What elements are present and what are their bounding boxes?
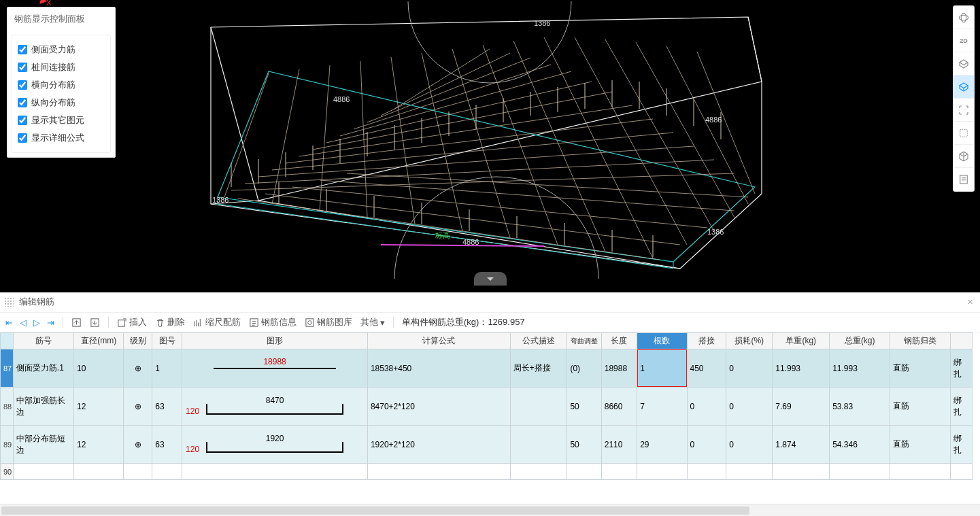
rebar-lib-button[interactable]: 钢筋图库	[305, 316, 352, 328]
view-toolbar: 2D	[953, 5, 975, 192]
nav-next-button[interactable]: ▷	[33, 317, 40, 328]
count-cell-selected[interactable]: 1	[637, 349, 687, 388]
close-button[interactable]: ×	[967, 296, 973, 307]
svg-rect-89	[306, 318, 314, 326]
table-row[interactable]: 87 侧面受力筋.1 10 ⊕ 1 18988 18538+450 周长+搭接 …	[1, 349, 973, 388]
2d-view-button[interactable]: 2D	[953, 29, 975, 52]
checkbox-side-rebar[interactable]: 侧面受力筋	[18, 41, 105, 58]
svg-rect-82	[960, 175, 968, 184]
properties-button[interactable]	[953, 168, 975, 191]
axis-gizmo: Z Y X	[33, 0, 980, 252]
svg-point-80	[961, 13, 966, 22]
svg-point-90	[308, 320, 312, 324]
delete-button[interactable]: 删除	[155, 316, 185, 328]
viewport-3d[interactable]: 1386 4886 4886 1386 4886 1386 标高 Z Y X	[0, 0, 980, 292]
checkbox-show-other[interactable]: 显示其它图元	[18, 111, 105, 129]
nav-last-button[interactable]: ⇥	[47, 317, 54, 328]
insert-button[interactable]: 插入	[117, 316, 147, 328]
panel-title: 钢筋显示控制面板	[7, 7, 115, 31]
rebar-table[interactable]: 筋号 直径(mm) 级别 图号 图形 计算公式 公式描述 弯曲调整 长度 根数 …	[0, 332, 980, 504]
top-view-button[interactable]	[953, 52, 975, 75]
rebar-toolbar: ⇤ ◁ ▷ ⇥ 插入 删除 缩尺配筋 钢筋信息 钢筋图库 其他 ▾ 单构件钢筋总…	[0, 313, 980, 332]
move-down-button[interactable]	[90, 317, 100, 328]
rebar-editor-panel: 编辑钢筋 × ⇤ ◁ ▷ ⇥ 插入 删除 缩尺配筋 钢筋信息 钢筋图库 其他 ▾…	[0, 292, 980, 516]
table-header-row: 筋号 直径(mm) 级别 图号 图形 计算公式 公式描述 弯曲调整 长度 根数 …	[1, 333, 973, 349]
section-box-button[interactable]	[953, 122, 975, 145]
move-up-button[interactable]	[71, 317, 82, 328]
rebar-info-button[interactable]: 钢筋信息	[249, 316, 297, 328]
perspective-view-button[interactable]	[953, 75, 975, 99]
horizontal-scrollbar[interactable]	[0, 504, 980, 516]
rebar-display-control-panel: 钢筋显示控制面板 侧面受力筋 桩间连接筋 横向分布筋 纵向分布筋 显示其它图元 …	[7, 7, 116, 158]
nav-first-button[interactable]: ⇤	[5, 317, 13, 328]
svg-point-79	[959, 15, 968, 20]
scale-rebar-button[interactable]: 缩尺配筋	[193, 316, 241, 328]
checkbox-horiz-dist[interactable]: 横向分布筋	[18, 76, 105, 94]
total-weight-label: 单构件钢筋总重(kg)：1269.957	[402, 316, 525, 328]
other-dropdown[interactable]: 其他 ▾	[360, 316, 385, 328]
svg-rect-81	[960, 129, 968, 137]
drag-handle-icon[interactable]	[4, 297, 14, 307]
checkbox-show-formula[interactable]: 显示详细公式	[18, 129, 105, 147]
checkbox-pile-connect[interactable]: 桩间连接筋	[18, 58, 105, 76]
table-row-empty[interactable]: 90	[1, 464, 973, 480]
nav-prev-button[interactable]: ◁	[20, 317, 27, 328]
svg-text:X: X	[46, 0, 52, 7]
orbit-view-button[interactable]	[953, 6, 975, 29]
iso-view-button[interactable]	[953, 145, 975, 168]
panel-title: 编辑钢筋	[19, 296, 54, 308]
table-row[interactable]: 88 中部加强筋长边 12 ⊕ 63 1208470 8470+2*120 50…	[1, 388, 973, 426]
svg-rect-87	[118, 320, 124, 326]
collapse-viewport-button[interactable]	[474, 272, 507, 286]
table-row[interactable]: 89 中部分布筋短边 12 ⊕ 63 1201920 1920+2*120 50…	[1, 426, 973, 464]
fit-view-button[interactable]	[953, 99, 975, 122]
checkbox-vert-dist[interactable]: 纵向分布筋	[18, 94, 105, 111]
